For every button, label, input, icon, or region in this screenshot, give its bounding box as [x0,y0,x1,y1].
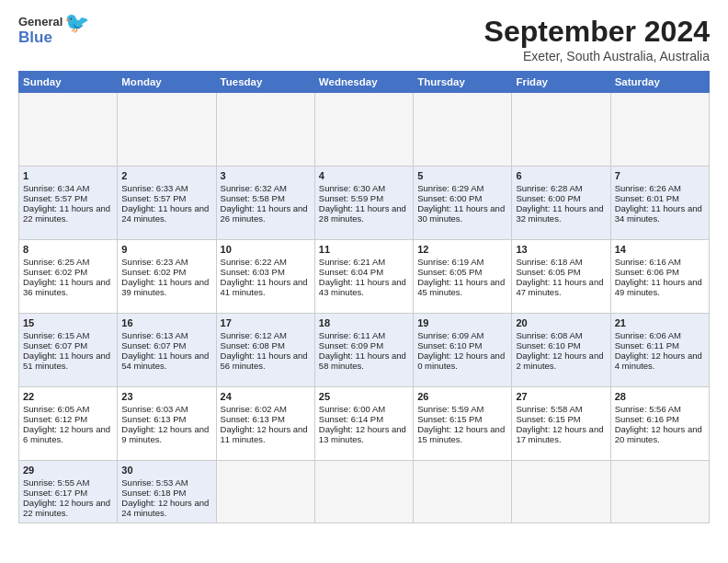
sunset-text: Sunset: 6:15 PM [516,414,606,424]
sunrise-text: Sunrise: 6:28 AM [516,183,606,193]
table-row: 30Sunrise: 5:53 AMSunset: 6:18 PMDayligh… [118,461,216,523]
sunrise-text: Sunrise: 6:30 AM [319,183,409,193]
col-sunday: Sunday [19,72,118,93]
day-number: 29 [23,465,113,476]
daylight-text: Daylight: 11 hours and 56 minutes. [221,350,311,371]
sunrise-text: Sunrise: 6:26 AM [615,183,705,193]
sunrise-text: Sunrise: 6:34 AM [23,183,113,193]
sunset-text: Sunset: 5:58 PM [221,193,311,203]
day-number: 1 [23,170,113,181]
sunrise-text: Sunrise: 6:16 AM [615,257,705,267]
sunset-text: Sunset: 6:07 PM [23,340,113,350]
daylight-text: Daylight: 12 hours and 22 minutes. [23,498,113,518]
logo-blue: Blue [18,29,52,45]
table-row: 15Sunrise: 6:15 AMSunset: 6:07 PMDayligh… [19,314,118,387]
table-row: 4Sunrise: 6:30 AMSunset: 5:59 PMDaylight… [314,167,413,240]
sunset-text: Sunset: 6:18 PM [121,488,211,498]
day-number: 10 [221,244,311,255]
daylight-text: Daylight: 11 hours and 22 minutes. [23,203,113,224]
daylight-text: Daylight: 11 hours and 39 minutes. [121,277,211,297]
sunset-text: Sunset: 6:05 PM [516,267,606,277]
sunrise-text: Sunrise: 6:03 AM [121,404,211,414]
day-number: 3 [221,170,311,181]
sunrise-text: Sunrise: 5:58 AM [516,404,606,414]
table-row: 24Sunrise: 6:02 AMSunset: 6:13 PMDayligh… [216,387,314,461]
daylight-text: Daylight: 12 hours and 24 minutes. [121,498,211,518]
col-tuesday: Tuesday [216,72,314,93]
table-row [314,93,413,167]
day-number: 4 [319,170,409,181]
day-number: 22 [23,391,113,402]
table-row: 8Sunrise: 6:25 AMSunset: 6:02 PMDaylight… [19,240,118,314]
sunrise-text: Sunrise: 6:21 AM [319,257,409,267]
table-row [512,93,610,167]
table-row: 6Sunrise: 6:28 AMSunset: 6:00 PMDaylight… [512,167,610,240]
sunset-text: Sunset: 6:00 PM [516,193,606,203]
sunset-text: Sunset: 6:04 PM [319,267,409,277]
table-row [414,461,512,523]
table-row [512,461,610,523]
table-row [19,93,118,167]
logo: General🐦 Blue [18,15,89,45]
daylight-text: Daylight: 11 hours and 51 minutes. [23,350,113,371]
daylight-text: Daylight: 11 hours and 34 minutes. [615,203,705,224]
daylight-text: Daylight: 12 hours and 13 minutes. [319,424,409,444]
sunrise-text: Sunrise: 6:33 AM [121,183,211,193]
day-number: 16 [121,317,211,328]
title-block: September 2024 Exeter, South Australia, … [484,15,710,63]
sunset-text: Sunset: 6:13 PM [221,414,311,424]
day-number: 14 [615,244,705,255]
day-number: 26 [417,391,507,402]
daylight-text: Daylight: 12 hours and 17 minutes. [516,424,606,444]
table-row [216,93,314,167]
day-number: 11 [319,244,409,255]
sunset-text: Sunset: 6:10 PM [516,340,606,350]
daylight-text: Daylight: 11 hours and 28 minutes. [319,203,409,224]
daylight-text: Daylight: 11 hours and 36 minutes. [23,277,113,297]
sunset-text: Sunset: 6:08 PM [221,340,311,350]
table-row [216,461,314,523]
table-row: 18Sunrise: 6:11 AMSunset: 6:09 PMDayligh… [314,314,413,387]
location-subtitle: Exeter, South Australia, Australia [484,49,710,63]
day-number: 28 [615,391,705,402]
sunrise-text: Sunrise: 6:19 AM [417,257,507,267]
sunrise-text: Sunrise: 6:13 AM [121,330,211,340]
day-number: 30 [121,465,211,476]
col-monday: Monday [118,72,216,93]
table-row: 14Sunrise: 6:16 AMSunset: 6:06 PMDayligh… [610,240,709,314]
table-row [610,93,709,167]
table-row: 29Sunrise: 5:55 AMSunset: 6:17 PMDayligh… [19,461,118,523]
day-number: 2 [121,170,211,181]
table-row: 7Sunrise: 6:26 AMSunset: 6:01 PMDaylight… [610,167,709,240]
day-number: 13 [516,244,606,255]
sunrise-text: Sunrise: 5:56 AM [615,404,705,414]
sunset-text: Sunset: 6:03 PM [221,267,311,277]
sunset-text: Sunset: 6:06 PM [615,267,705,277]
sunrise-text: Sunrise: 5:53 AM [121,477,211,488]
sunrise-text: Sunrise: 6:00 AM [319,404,409,414]
daylight-text: Daylight: 11 hours and 26 minutes. [221,203,311,224]
day-number: 8 [23,244,113,255]
table-row: 3Sunrise: 6:32 AMSunset: 5:58 PMDaylight… [216,167,314,240]
sunset-text: Sunset: 6:07 PM [121,340,211,350]
daylight-text: Daylight: 12 hours and 2 minutes. [516,350,606,371]
sunset-text: Sunset: 5:57 PM [121,193,211,203]
sunset-text: Sunset: 6:09 PM [319,340,409,350]
sunrise-text: Sunrise: 6:29 AM [417,183,507,193]
table-row: 26Sunrise: 5:59 AMSunset: 6:15 PMDayligh… [414,387,512,461]
sunrise-text: Sunrise: 6:15 AM [23,330,113,340]
table-row [414,93,512,167]
page: General🐦 Blue September 2024 Exeter, Sou… [0,0,728,563]
day-number: 18 [319,317,409,328]
table-row: 2Sunrise: 6:33 AMSunset: 5:57 PMDaylight… [118,167,216,240]
table-row: 23Sunrise: 6:03 AMSunset: 6:13 PMDayligh… [118,387,216,461]
table-row: 20Sunrise: 6:08 AMSunset: 6:10 PMDayligh… [512,314,610,387]
col-thursday: Thursday [414,72,512,93]
col-saturday: Saturday [610,72,709,93]
table-row: 1Sunrise: 6:34 AMSunset: 5:57 PMDaylight… [19,167,118,240]
sunset-text: Sunset: 6:02 PM [23,267,113,277]
sunrise-text: Sunrise: 6:25 AM [23,257,113,267]
table-row: 19Sunrise: 6:09 AMSunset: 6:10 PMDayligh… [414,314,512,387]
daylight-text: Daylight: 11 hours and 30 minutes. [417,203,507,224]
table-row: 12Sunrise: 6:19 AMSunset: 6:05 PMDayligh… [414,240,512,314]
